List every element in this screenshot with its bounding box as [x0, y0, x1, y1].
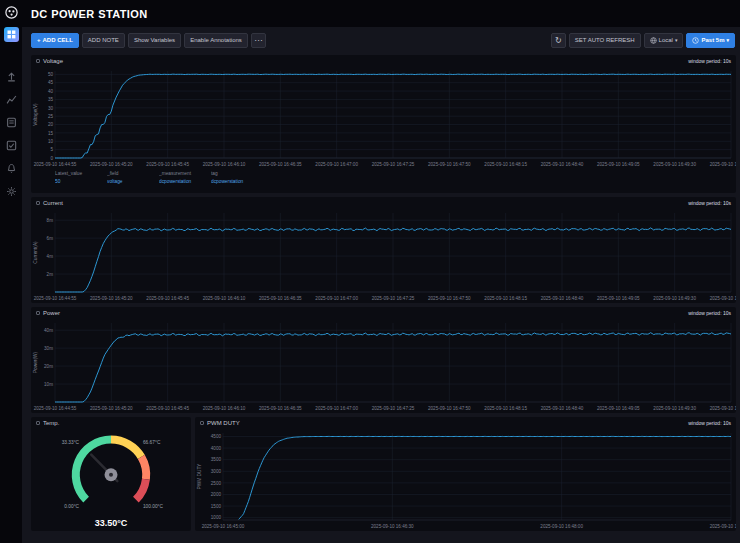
svg-text:10m: 10m — [44, 382, 53, 387]
globe-icon — [650, 37, 657, 44]
influxdb-logo-icon[interactable] — [4, 5, 19, 20]
svg-text:2m: 2m — [47, 272, 54, 277]
sidebar-item-settings[interactable] — [4, 184, 18, 198]
svg-text:0: 0 — [50, 156, 53, 161]
svg-text:40: 40 — [48, 89, 54, 94]
svg-text:2025-09-10 16:47:50: 2025-09-10 16:47:50 — [428, 406, 471, 411]
time-range-label: Past 5m — [701, 37, 724, 43]
sidebar-item-boards[interactable] — [4, 115, 18, 129]
cell-title[interactable]: PWM DUTY — [207, 420, 240, 426]
svg-text:2000: 2000 — [211, 492, 222, 497]
legend-value[interactable]: 50 — [55, 178, 107, 186]
window-period-label: window period: 10s — [688, 200, 731, 206]
svg-text:20: 20 — [48, 122, 54, 127]
svg-text:66.67°C: 66.67°C — [143, 440, 161, 445]
svg-text:2025-09-10 16:49:55: 2025-09-10 16:49:55 — [710, 296, 736, 301]
svg-text:2025-09-10 16:45:45: 2025-09-10 16:45:45 — [146, 296, 189, 301]
cell-handle-icon[interactable] — [36, 311, 40, 315]
temperature-gauge: 0.00°C33.33°C66.67°C100.00°C — [31, 429, 191, 517]
refresh-icon: ↻ — [555, 36, 562, 45]
timezone-dropdown[interactable]: Local ▾ — [644, 33, 684, 48]
svg-text:2025-09-10 16:46:10: 2025-09-10 16:46:10 — [203, 162, 246, 167]
bottom-row: Temp. 0.00°C33.33°C66.67°C100.00°C 33.50… — [31, 417, 736, 531]
add-note-button[interactable]: ADD NOTE — [82, 33, 125, 48]
svg-text:30: 30 — [48, 106, 54, 111]
book-icon — [6, 117, 17, 128]
cell-title[interactable]: Current — [43, 200, 63, 206]
svg-text:2025-09-10 16:45:20: 2025-09-10 16:45:20 — [90, 406, 133, 411]
cell-handle-icon[interactable] — [36, 59, 40, 63]
svg-text:15: 15 — [48, 131, 54, 136]
svg-text:2025-09-10 16:46:35: 2025-09-10 16:46:35 — [259, 296, 302, 301]
voltage-legend: Latest_value _field _measurement tag 50 … — [31, 169, 736, 186]
svg-text:2025-09-10 16:47:50: 2025-09-10 16:47:50 — [428, 162, 471, 167]
dashboard-grid: Voltage window period: 10s 2025-09-10 16… — [22, 53, 740, 543]
svg-text:2025-09-10 16:47:00: 2025-09-10 16:47:00 — [315, 162, 358, 167]
cell-title[interactable]: Temp. — [43, 420, 59, 426]
add-note-label: ADD NOTE — [88, 37, 119, 43]
ellipsis-icon: ⋯ — [254, 36, 262, 45]
svg-text:10: 10 — [48, 139, 54, 144]
time-range-dropdown[interactable]: Past 5m ▾ — [686, 33, 735, 48]
svg-text:2025-09-10 16:47:00: 2025-09-10 16:47:00 — [315, 406, 358, 411]
voltage-cell: Voltage window period: 10s 2025-09-10 16… — [31, 55, 736, 193]
more-options-button[interactable]: ⋯ — [251, 33, 266, 48]
power-chart[interactable]: 2025-09-10 16:44:552025-09-10 16:45:2020… — [31, 319, 736, 413]
show-variables-button[interactable]: Show Variables — [128, 33, 181, 48]
cell-handle-icon[interactable] — [200, 421, 204, 425]
enable-annotations-button[interactable]: Enable Annotations — [184, 33, 248, 48]
power-cell: Power window period: 10s 2025-09-10 16:4… — [31, 307, 736, 413]
svg-text:2025-09-10 16:47:25: 2025-09-10 16:47:25 — [372, 162, 415, 167]
legend-value[interactable]: dcpowerstation — [159, 178, 211, 186]
svg-text:2025-09-10 16:48:40: 2025-09-10 16:48:40 — [541, 406, 584, 411]
svg-text:2025-09-10 16:45:20: 2025-09-10 16:45:20 — [90, 296, 133, 301]
svg-text:20m: 20m — [44, 364, 53, 369]
svg-text:2025-09-10 16:44:55: 2025-09-10 16:44:55 — [34, 162, 77, 167]
legend-value[interactable]: voltage — [107, 178, 159, 186]
svg-text:4500: 4500 — [211, 434, 222, 439]
legend-value[interactable]: dcpowerstation — [211, 178, 263, 186]
svg-text:1500: 1500 — [211, 504, 222, 509]
sidebar-item-load-data[interactable] — [4, 69, 18, 83]
svg-text:2025-09-10 16:47:00: 2025-09-10 16:47:00 — [315, 296, 358, 301]
svg-text:2025-09-10 16:49:30: 2025-09-10 16:49:30 — [710, 524, 736, 529]
svg-text:8m: 8m — [47, 218, 54, 223]
sidebar-item-alerts[interactable] — [4, 161, 18, 175]
add-cell-button[interactable]: + ADD CELL — [31, 33, 79, 48]
refresh-button[interactable]: ↻ — [551, 33, 566, 48]
influxdb-dashboard: DC POWER STATION + ADD CELL ADD NOTE Sho… — [0, 0, 740, 543]
topbar: DC POWER STATION — [22, 0, 740, 27]
current-chart[interactable]: 2025-09-10 16:44:552025-09-10 16:45:2020… — [31, 209, 736, 303]
gear-icon — [6, 186, 17, 197]
graph-icon — [6, 94, 17, 105]
svg-text:2025-09-10 16:47:50: 2025-09-10 16:47:50 — [428, 296, 471, 301]
svg-text:Power(W): Power(W) — [33, 351, 38, 373]
cell-title[interactable]: Voltage — [43, 58, 63, 64]
svg-text:2025-09-10 16:44:55: 2025-09-10 16:44:55 — [34, 296, 77, 301]
svg-text:30m: 30m — [44, 346, 53, 351]
svg-text:2025-09-10 16:49:05: 2025-09-10 16:49:05 — [597, 162, 640, 167]
sidebar-item-data-explorer[interactable] — [4, 92, 18, 106]
cell-handle-icon[interactable] — [36, 201, 40, 205]
svg-text:2025-09-10 16:45:00: 2025-09-10 16:45:00 — [202, 524, 245, 529]
svg-text:33.33°C: 33.33°C — [62, 440, 80, 445]
svg-text:1000: 1000 — [211, 515, 222, 520]
pwm-duty-chart[interactable]: 2025-09-10 16:45:002025-09-10 16:46:3020… — [195, 429, 736, 531]
voltage-chart[interactable]: 2025-09-10 16:44:552025-09-10 16:45:2020… — [31, 67, 736, 169]
page-title: DC POWER STATION — [31, 8, 148, 20]
cell-title[interactable]: Power — [43, 310, 60, 316]
sidebar-item-tasks[interactable] — [4, 138, 18, 152]
svg-text:Voltage(V): Voltage(V) — [33, 103, 38, 126]
svg-text:PWM DUTY: PWM DUTY — [197, 463, 202, 490]
svg-text:25: 25 — [48, 114, 54, 119]
svg-text:6m: 6m — [47, 236, 54, 241]
svg-text:2025-09-10 16:49:05: 2025-09-10 16:49:05 — [597, 406, 640, 411]
dashboard-toolbar: + ADD CELL ADD NOTE Show Variables Enabl… — [22, 27, 740, 53]
enable-annotations-label: Enable Annotations — [190, 37, 242, 43]
set-auto-refresh-button[interactable]: SET AUTO REFRESH — [569, 33, 641, 48]
bell-icon — [6, 163, 17, 174]
sidebar-item-dashboards-active[interactable] — [4, 27, 19, 42]
svg-text:35: 35 — [48, 97, 54, 102]
cell-handle-icon[interactable] — [36, 421, 40, 425]
svg-text:45: 45 — [48, 80, 54, 85]
